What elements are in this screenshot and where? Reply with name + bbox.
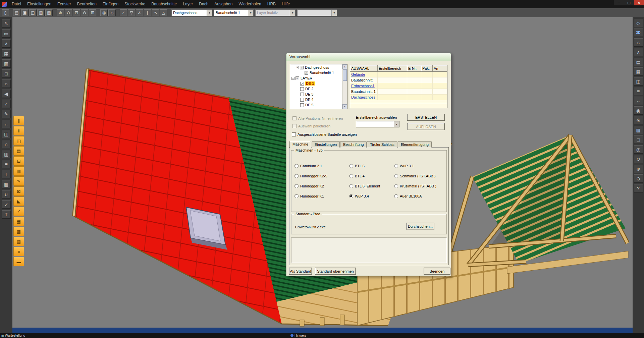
tab-beschriftung[interactable]: Beschriftung bbox=[340, 141, 367, 148]
filter-icon[interactable]: ▽ bbox=[128, 9, 135, 16]
tree-checkbox[interactable]: ✓ bbox=[296, 76, 299, 80]
save-all-icon[interactable]: ◫ bbox=[29, 9, 37, 16]
zoom-out-icon[interactable]: ⊖ bbox=[634, 174, 643, 183]
measure-line-icon[interactable]: ∕ bbox=[120, 9, 127, 16]
tab-tiroler-schloss[interactable]: Tiroler Schloss bbox=[367, 141, 397, 148]
layout-icon[interactable]: ▦ bbox=[45, 9, 53, 16]
frame-icon[interactable]: ▭ bbox=[2, 29, 11, 38]
scroll-up-icon[interactable] bbox=[342, 64, 347, 69]
layers-icon[interactable]: ▩ bbox=[634, 126, 643, 134]
menu-bauabschnitte[interactable]: Bauabschnitte bbox=[148, 0, 180, 8]
menu-wiederholen[interactable]: Wiederholen bbox=[235, 0, 264, 8]
undo-arrow-icon[interactable]: ◀ bbox=[2, 90, 11, 98]
checkbox-icon[interactable] bbox=[292, 132, 296, 136]
tree-item-layer[interactable]: −✓LAYER bbox=[290, 75, 342, 81]
wall-pair-tool-icon[interactable]: ∥ bbox=[13, 116, 24, 125]
grid-tool-icon[interactable]: ▦ bbox=[13, 217, 24, 226]
menu-stockwerke[interactable]: Stockwerke bbox=[121, 0, 148, 8]
menu-ausgaben[interactable]: Ausgaben bbox=[211, 0, 235, 8]
magnet-icon[interactable]: ∪ bbox=[2, 190, 11, 199]
als-standard-button[interactable]: Als Standard bbox=[289, 268, 312, 275]
radio-auer-bl100a[interactable]: Auer BL100A bbox=[394, 191, 448, 201]
radio-hundegger-k2[interactable]: Hundegger K2 bbox=[294, 181, 349, 191]
zoom-in-icon[interactable]: ⊕ bbox=[634, 165, 643, 173]
tab-einstellungen[interactable]: Einstellungen bbox=[312, 141, 340, 148]
scroll-down-icon[interactable] bbox=[342, 104, 347, 109]
cube-3d-icon[interactable]: ◇ bbox=[634, 19, 643, 27]
cube-view-icon[interactable]: ◇ bbox=[108, 9, 116, 16]
angle-icon[interactable]: ∠ bbox=[136, 9, 143, 16]
new-file-icon[interactable]: ▯ bbox=[2, 9, 9, 16]
section-view-icon[interactable]: ◫ bbox=[634, 77, 643, 86]
roof-view-icon[interactable]: ∧ bbox=[634, 48, 643, 56]
tree-checkbox[interactable]: ✓ bbox=[305, 71, 308, 75]
tree-checkbox[interactable] bbox=[300, 93, 304, 96]
column-header-e-nr[interactable]: E-Nr. bbox=[407, 65, 421, 72]
roof-shape-icon[interactable]: ∧ bbox=[2, 39, 11, 48]
raster-tool-icon[interactable]: ▩ bbox=[13, 227, 24, 236]
house-view-icon[interactable]: ⌂ bbox=[634, 38, 643, 47]
storey-select[interactable]: Dachgeschoss bbox=[171, 9, 212, 16]
arc-icon[interactable]: ∩ bbox=[2, 140, 11, 148]
zoom-out-icon[interactable]: ⊖ bbox=[65, 9, 72, 16]
column-header-an[interactable]: An bbox=[433, 65, 447, 72]
beenden-button[interactable]: Beenden bbox=[424, 268, 450, 275]
table-row[interactable]: Bauabschnitt bbox=[350, 77, 447, 83]
close-button[interactable]: ✕ bbox=[634, 0, 644, 5]
radio-wup-3-1[interactable]: WuP 3.1 bbox=[394, 161, 448, 171]
minimize-button[interactable]: ─ bbox=[614, 0, 624, 5]
table-row[interactable]: Gelände bbox=[350, 72, 447, 77]
menu-bearbeiten[interactable]: Bearbeiten bbox=[74, 0, 100, 8]
slab-tool-icon[interactable]: ▥ bbox=[13, 166, 24, 176]
tree-item-de-4[interactable]: DE 4 bbox=[290, 97, 342, 102]
expander-minus-icon[interactable]: − bbox=[291, 77, 294, 80]
view-3d-button[interactable]: 3D bbox=[634, 29, 643, 37]
chevron-down-icon[interactable] bbox=[394, 121, 399, 127]
axis-icon[interactable]: ⊥ bbox=[2, 170, 11, 178]
check-icon[interactable]: ✓ bbox=[2, 200, 11, 209]
menu-hilfe[interactable]: Hilfe bbox=[279, 0, 293, 8]
menu-datei[interactable]: Datei bbox=[9, 0, 24, 8]
prism-icon[interactable]: △ bbox=[160, 9, 167, 16]
column-header-erstellbereich[interactable]: Erstellbereich bbox=[378, 65, 407, 72]
zoom-in-icon[interactable]: ⊕ bbox=[57, 9, 64, 16]
dialog-titlebar[interactable]: Vorauswahl bbox=[286, 53, 451, 61]
tree-checkbox[interactable] bbox=[300, 103, 304, 107]
radio-btl-4[interactable]: BTL 4 bbox=[349, 171, 394, 181]
hatch-icon[interactable]: ▨ bbox=[2, 59, 11, 68]
select-cursor-icon[interactable]: ↖ bbox=[2, 19, 11, 27]
tree-checkbox[interactable]: ✓ bbox=[300, 82, 304, 86]
radio-hundegger-k2-5[interactable]: Hundegger K2-5 bbox=[294, 171, 349, 181]
center-target-icon[interactable]: ◎ bbox=[100, 9, 108, 16]
zoom-all-icon[interactable]: ⊙ bbox=[81, 9, 88, 16]
chevron-down-icon[interactable] bbox=[207, 10, 212, 16]
tree-item-de-3[interactable]: DE 3 bbox=[290, 92, 342, 97]
tab-elementfertigung[interactable]: Elementfertigung bbox=[398, 141, 432, 148]
tree-scrollbar[interactable] bbox=[342, 64, 347, 109]
edit-element-icon[interactable]: ✎ bbox=[13, 176, 24, 186]
sun-light-icon[interactable]: ☀ bbox=[634, 116, 643, 124]
line-tool-icon[interactable]: ∕ bbox=[2, 100, 11, 108]
tree-item-de-2[interactable]: DE 2 bbox=[290, 86, 342, 92]
stairs-view-icon[interactable]: ≡ bbox=[634, 87, 643, 95]
dimension-view-icon[interactable]: ↔ bbox=[634, 97, 643, 105]
box-icon[interactable]: □ bbox=[634, 135, 643, 144]
delete-box-icon[interactable]: ⊠ bbox=[13, 186, 24, 196]
menu-einstellungen[interactable]: Einstellungen bbox=[24, 0, 54, 8]
radio-btl-6-element[interactable]: BTL 6_Element bbox=[349, 181, 394, 191]
menu-fenster[interactable]: Fenster bbox=[54, 0, 74, 8]
radio-wup-3-4[interactable]: WuP 3.4 bbox=[349, 191, 394, 201]
beam-tool-icon[interactable]: ◫ bbox=[13, 136, 24, 146]
tree-checkbox[interactable]: ✓ bbox=[300, 66, 304, 69]
table-row[interactable]: Bauabschnitt 1 bbox=[350, 89, 447, 95]
parallel-icon[interactable]: ∥ bbox=[144, 9, 151, 16]
radio-hundegger-k1[interactable]: Hundegger K1 bbox=[294, 191, 349, 201]
menu-hrb[interactable]: HRB bbox=[264, 0, 279, 8]
wall-view-icon[interactable]: ▤ bbox=[634, 58, 643, 66]
remove-element-icon[interactable]: ⊟ bbox=[13, 156, 24, 166]
menu-dach[interactable]: Dach bbox=[196, 0, 211, 8]
expander-minus-icon[interactable]: − bbox=[296, 66, 299, 69]
layer-stack-icon[interactable]: ≡ bbox=[13, 247, 24, 256]
tree-checkbox[interactable] bbox=[300, 87, 304, 91]
erstellen-button[interactable]: ERSTELLEN bbox=[407, 114, 445, 121]
